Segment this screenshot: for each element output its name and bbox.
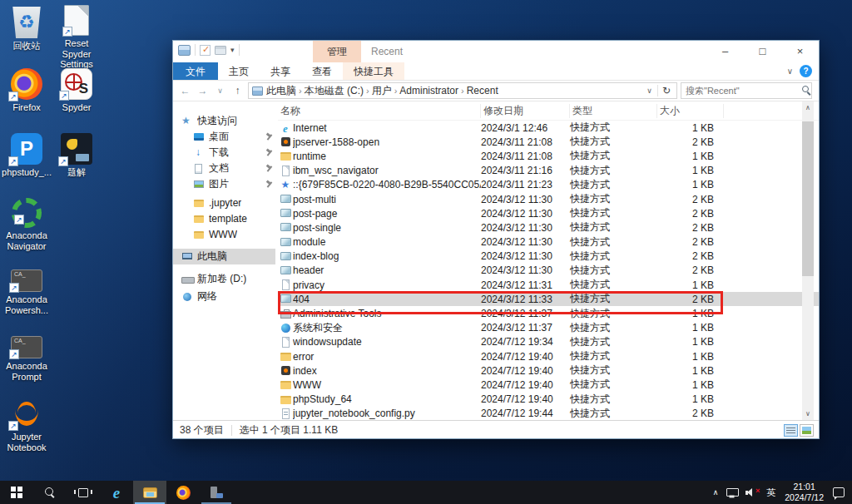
tab-item[interactable]: 快捷工具 <box>343 62 404 80</box>
new-folder-icon[interactable] <box>215 46 226 55</box>
column-header-date[interactable]: 修改日期∧ <box>481 104 570 118</box>
file-size: 1 KB <box>657 379 719 391</box>
network-icon[interactable] <box>722 481 741 504</box>
address-dropdown-chevron[interactable]: ∨ <box>643 86 656 95</box>
sidebar-item-jupyter[interactable]: .jupyter <box>173 195 275 210</box>
tab-item[interactable]: 共享 <box>260 62 301 80</box>
file-size: 1 KB <box>657 151 719 162</box>
manage-contextual-tab[interactable]: 管理 <box>313 41 361 62</box>
file-row-ibm-wsc-navigator[interactable]: ibm_wsc_navigator2024/3/11 21:16快捷方式1 KB <box>278 164 819 178</box>
sidebar-item-d[interactable]: 新加卷 (D:) <box>173 271 275 287</box>
thumbnail-view-button[interactable] <box>800 424 814 437</box>
dark-file-icon <box>280 365 291 376</box>
desktop-icon-anaconda-navigator[interactable]: ↗Anaconda Navigator <box>2 198 52 251</box>
breadcrumb-item-recent[interactable]: Recent <box>467 85 498 96</box>
collapse-ribbon-chevron-icon[interactable]: ∨ <box>787 67 793 76</box>
column-header-size[interactable]: 大小 <box>657 104 724 118</box>
sidebar-item-item[interactable]: 图片 <box>173 176 275 192</box>
maximize-button[interactable]: □ <box>744 41 781 62</box>
desktop-icon-spyder[interactable]: ↗Spyder <box>52 68 102 113</box>
taskbar-start-button[interactable] <box>0 481 33 504</box>
taskbar-phpstudy-button[interactable] <box>200 481 233 504</box>
search-input[interactable] <box>681 82 812 99</box>
file-row-windowsupdate[interactable]: windowsupdate2024/7/12 19:34快捷方式1 KB <box>278 335 819 349</box>
breadcrumb-item-c[interactable]: 本地磁盘 (C:) <box>305 84 364 98</box>
desktop-icon-anaconda-prompt[interactable]: ↗Anaconda Prompt <box>2 331 52 382</box>
file-row-phpstudy-64[interactable]: phpStudy_642024/7/12 19:40快捷方式1 KB <box>278 393 819 407</box>
sidebar-item-www[interactable]: WWW <box>173 226 275 242</box>
desktop-icon-phpstudy[interactable]: ↗phpstudy_... <box>2 133 52 178</box>
vertical-scrollbar[interactable]: ∧ ∨ <box>802 101 814 420</box>
file-row-index-blog[interactable]: index-blog2024/3/12 11:30快捷方式2 KB <box>278 250 819 264</box>
scroll-down-arrow-icon[interactable]: ∨ <box>802 408 814 420</box>
file-row-post-single[interactable]: post-single2024/3/12 11:30快捷方式2 KB <box>278 220 819 235</box>
sidebar-item-item[interactable]: 此电脑 <box>173 249 275 264</box>
refresh-icon[interactable]: ↻ <box>657 85 675 96</box>
file-type: 快捷方式 <box>570 192 657 206</box>
help-icon[interactable]: ? <box>800 65 812 77</box>
taskbar-search-button[interactable] <box>33 481 67 504</box>
desktop-icon-anaconda-powersh[interactable]: ↗Anaconda Powersh... <box>2 264 52 315</box>
scrollbar-thumb[interactable] <box>802 121 814 276</box>
column-header-type[interactable]: 类型 <box>570 104 657 118</box>
file-row-jupyter-notebook-config-py[interactable]: jupyter_notebook_config.py2024/7/12 19:4… <box>278 407 819 421</box>
explorer-system-icon[interactable] <box>178 45 191 56</box>
action-center-icon[interactable] <box>829 481 849 504</box>
desktop-icon-jupyter-notebook[interactable]: ↗Jupyter Notebook <box>2 398 52 452</box>
sidebar-item-item[interactable]: 快速访问 <box>173 113 275 129</box>
tray-overflow-chevron-icon[interactable]: ∧ <box>709 481 723 504</box>
file-row-www[interactable]: WWW2024/7/12 19:40快捷方式1 KB <box>278 378 819 392</box>
sidebar-item-item[interactable]: 网络 <box>173 289 275 304</box>
input-language-indicator[interactable]: 英 <box>762 481 780 504</box>
file-row-404[interactable]: 4042024/3/12 11:33快捷方式2 KB <box>278 292 819 306</box>
back-button[interactable]: ← <box>178 85 192 96</box>
taskbar-internet-explorer-button[interactable]: e <box>100 481 133 504</box>
details-view-button[interactable] <box>784 424 798 437</box>
tab-item[interactable]: 文件 <box>173 62 218 80</box>
desktop-icon-reset-spyder-settings[interactable]: ↗Reset Spyder Settings <box>52 5 102 70</box>
file-row-error[interactable]: error2024/7/12 19:40快捷方式1 KB <box>278 349 819 363</box>
recent-locations-chevron[interactable]: ∨ <box>213 86 227 95</box>
file-row-privacy[interactable]: privacy2024/3/12 11:31快捷方式1 KB <box>278 278 819 292</box>
file-row-internet[interactable]: eInternet2024/3/1 12:46快捷方式1 KB <box>278 121 819 135</box>
breadcrumb-item-item[interactable]: 用户 <box>372 84 392 98</box>
file-row-post-page[interactable]: post-page2024/3/12 11:30快捷方式2 KB <box>278 206 819 220</box>
file-date-modified: 2024/3/12 11:30 <box>481 208 570 220</box>
taskbar-task-view-button[interactable] <box>67 481 100 504</box>
up-button[interactable]: ↑ <box>230 85 245 96</box>
sidebar-item-template[interactable]: template <box>173 210 275 226</box>
sidebar-item-item[interactable]: 下载 <box>173 145 275 161</box>
file-row-item[interactable]: 系统和安全2024/3/12 11:37快捷方式1 KB <box>278 321 819 335</box>
scroll-up-arrow-icon[interactable]: ∧ <box>802 101 814 114</box>
desktop-icon-firefox[interactable]: ↗Firefox <box>2 68 52 113</box>
customize-toolbar-chevron-icon[interactable]: ▾ <box>230 46 235 54</box>
desktop-icon-item-5[interactable]: ↗题解 <box>52 133 102 178</box>
breadcrumb-item-item[interactable]: 此电脑 <box>266 84 296 98</box>
sidebar-item-item[interactable]: 桌面 <box>173 129 275 145</box>
sidebar-item-item[interactable]: 文档 <box>173 161 275 176</box>
desktop-icon-item-0[interactable]: ♻回收站 <box>2 5 52 52</box>
file-row-index[interactable]: index2024/7/12 19:40快捷方式1 KB <box>278 363 819 378</box>
file-row-679f85cb-0220-4080-b29b-5540cc05a[interactable]: ★::{679F85CB-0220-4080-B29B-5540CC05A...… <box>278 178 819 192</box>
close-button[interactable]: × <box>781 41 819 62</box>
file-date-modified: 2024/7/12 19:44 <box>481 408 570 419</box>
taskbar-firefox-button[interactable] <box>166 481 200 504</box>
file-row-jpserver-1588-open[interactable]: jpserver-1588-open2024/3/11 21:08快捷方式2 K… <box>278 135 819 149</box>
minimize-button[interactable]: – <box>706 41 744 62</box>
tab-item[interactable]: 查看 <box>301 62 343 80</box>
breadcrumb-item-administrator[interactable]: Administrator <box>399 85 458 96</box>
desktop-icon-label: 题解 <box>52 167 102 178</box>
properties-icon[interactable] <box>200 45 211 56</box>
clock[interactable]: 21:01 2024/7/12 <box>780 481 829 504</box>
taskbar-file-explorer-button[interactable] <box>133 481 166 504</box>
file-row-header[interactable]: header2024/3/12 11:30快捷方式2 KB <box>278 264 819 278</box>
tab-item[interactable]: 主页 <box>218 62 260 80</box>
file-row-runtime[interactable]: runtime2024/3/11 21:08快捷方式1 KB <box>278 149 819 163</box>
volume-muted-icon[interactable]: × <box>741 481 762 504</box>
file-row-administrative-tools[interactable]: Administrative Tools2024/3/12 11:37快捷方式1… <box>278 306 819 320</box>
file-row-module[interactable]: module2024/3/12 11:30快捷方式2 KB <box>278 235 819 250</box>
file-size: 2 KB <box>657 136 719 148</box>
file-row-post-multi[interactable]: post-multi2024/3/12 11:30快捷方式2 KB <box>278 192 819 206</box>
forward-button[interactable]: → <box>196 85 210 96</box>
column-header-name[interactable]: 名称 <box>278 104 481 118</box>
